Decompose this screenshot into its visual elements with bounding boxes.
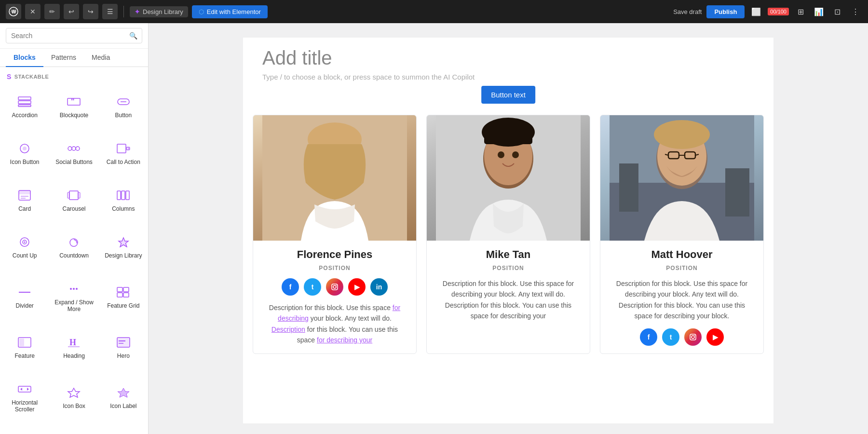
block-social-buttons-label: Social Buttons	[55, 159, 93, 165]
block-icon-button[interactable]: Icon Button	[0, 130, 49, 177]
icon-box-icon	[67, 387, 81, 400]
save-draft-button[interactable]: Save draft	[673, 8, 702, 15]
svg-point-78	[692, 336, 694, 339]
wp-logo[interactable]: W	[6, 4, 21, 19]
block-feature-label: Feature	[14, 353, 34, 359]
search-input[interactable]	[6, 28, 142, 43]
florence-photo	[253, 115, 416, 241]
block-expand[interactable]: Expand / Show More	[49, 271, 98, 324]
block-divider[interactable]: Divider	[0, 271, 49, 324]
florence-linkedin-icon[interactable]: in	[370, 278, 388, 296]
tab-media[interactable]: Media	[84, 49, 118, 67]
close-button[interactable]: ✕	[25, 4, 41, 19]
block-icon-label-label: Icon Label	[110, 403, 136, 409]
florence-description: Description for this block. Use this spa…	[253, 302, 416, 346]
block-icon-label[interactable]: Icon Label	[99, 371, 148, 424]
more-options-icon[interactable]: ⋮	[849, 5, 862, 18]
svg-rect-3	[18, 101, 31, 104]
block-hero[interactable]: Hero	[99, 324, 148, 371]
svg-point-61	[498, 151, 504, 158]
feature-icon	[18, 337, 31, 350]
block-countdown[interactable]: Countdown	[49, 224, 98, 271]
block-carousel[interactable]: Carousel	[49, 177, 98, 224]
horizontal-scroller-icon	[18, 384, 31, 396]
block-divider-label: Divider	[15, 302, 33, 309]
matt-instagram-icon[interactable]	[684, 328, 702, 346]
block-feature[interactable]: Feature	[0, 324, 49, 371]
block-horizontal-scroller[interactable]: Horizontal Scroller	[0, 371, 49, 424]
matt-youtube-icon[interactable]: ▶	[706, 328, 724, 346]
edit-elementor-button[interactable]: ⬡ Edit with Elementor	[192, 5, 268, 18]
svg-rect-2	[18, 97, 31, 100]
florence-instagram-icon[interactable]	[326, 278, 343, 296]
matt-facebook-icon[interactable]: f	[640, 328, 657, 346]
block-columns[interactable]: Columns	[99, 177, 148, 224]
blockquote-icon: "	[67, 96, 81, 109]
tab-blocks[interactable]: Blocks	[6, 49, 43, 67]
svg-rect-54	[332, 284, 338, 290]
block-card-label: Card	[18, 205, 31, 212]
tab-patterns[interactable]: Patterns	[43, 49, 84, 67]
block-accordion[interactable]: Accordion	[0, 83, 49, 130]
columns-icon	[117, 190, 130, 203]
florence-twitter-icon[interactable]: t	[304, 278, 321, 296]
chart-icon[interactable]: 📊	[812, 5, 826, 18]
grid-icon[interactable]: ⊞	[794, 5, 807, 18]
block-feature-grid[interactable]: Feature Grid	[99, 271, 148, 324]
sidebar: 🔍 Blocks Patterns Media S STACKABLE A	[0, 23, 149, 434]
florence-name: Florence Pines	[297, 248, 373, 261]
mike-position: POSITION	[492, 265, 524, 271]
block-accordion-label: Accordion	[12, 112, 37, 119]
florence-link-2[interactable]: Description	[271, 326, 305, 333]
topbar-right: Save draft Publish ⬜ 00/100 ⊞ 📊 ⊡ ⋮	[673, 5, 862, 18]
block-button[interactable]: Button	[99, 83, 148, 130]
edit-pencil-button[interactable]: ✏	[44, 4, 60, 19]
button-text-button[interactable]: Button text	[481, 86, 535, 104]
canvas-title[interactable]: Add title	[262, 47, 754, 69]
svg-point-10	[23, 147, 27, 150]
divider-icon	[18, 287, 31, 299]
publish-button[interactable]: Publish	[706, 5, 745, 18]
redo-button[interactable]: ↪	[83, 4, 98, 19]
svg-point-62	[512, 151, 519, 158]
mike-description: Description for this block. Use this spa…	[427, 278, 590, 322]
svg-rect-20	[69, 191, 78, 200]
block-heading[interactable]: H Heading	[49, 324, 98, 371]
block-carousel-label: Carousel	[62, 205, 85, 212]
block-blockquote[interactable]: " Blockquote	[49, 83, 98, 130]
design-library-button[interactable]: ✦ Design Library	[130, 6, 188, 17]
block-icon-box-label: Icon Box	[63, 403, 85, 409]
icon-button-icon	[18, 143, 31, 156]
mike-photo	[427, 115, 590, 241]
block-card[interactable]: Card	[0, 177, 49, 224]
florence-facebook-icon[interactable]: f	[282, 278, 299, 296]
card-icon	[18, 190, 31, 203]
block-design-library[interactable]: Design Library	[99, 224, 148, 271]
search-area: 🔍	[0, 23, 148, 49]
florence-link-1[interactable]: for describing	[278, 304, 400, 322]
blocks-grid: Accordion " Blockquote	[0, 83, 148, 434]
matt-twitter-icon[interactable]: t	[662, 328, 679, 346]
block-social-buttons[interactable]: Social Buttons	[49, 130, 98, 177]
sidebar-toggle-icon[interactable]: ⊡	[830, 5, 844, 18]
svg-rect-14	[117, 144, 126, 153]
preview-icon[interactable]: ⬜	[749, 5, 763, 18]
svg-point-79	[694, 335, 695, 336]
svg-rect-22	[78, 192, 80, 198]
stackable-icon: ✦	[135, 8, 140, 15]
block-call-to-action[interactable]: Call to Action	[99, 130, 148, 177]
hero-icon	[117, 337, 130, 350]
section-label: STACKABLE	[14, 74, 49, 80]
block-count-up[interactable]: Count Up	[0, 224, 49, 271]
undo-button[interactable]: ↩	[64, 4, 79, 19]
section-stackable: S STACKABLE	[0, 67, 148, 83]
button-icon	[117, 96, 130, 109]
svg-point-33	[76, 288, 78, 290]
florence-link-3[interactable]: for describing your	[317, 336, 372, 344]
call-to-action-icon	[117, 143, 130, 156]
block-icon-box[interactable]: Icon Box	[49, 371, 98, 424]
mike-name: Mike Tan	[486, 248, 531, 261]
florence-youtube-icon[interactable]: ▶	[348, 278, 366, 296]
list-view-button[interactable]: ☰	[102, 4, 118, 19]
block-hero-label: Hero	[117, 353, 130, 359]
